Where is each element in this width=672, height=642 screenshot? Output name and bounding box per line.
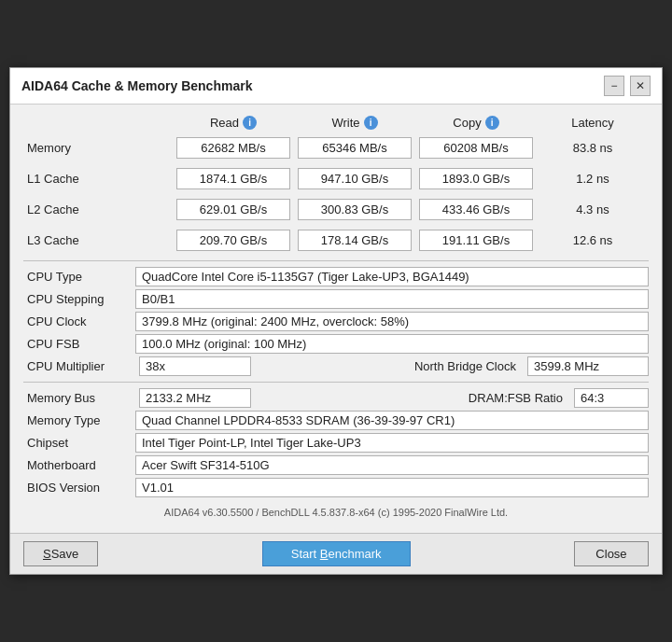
nb-clock-label: North Bridge Clock [255,359,524,373]
title-bar: AIDA64 Cache & Memory Benchmark − ✕ [10,68,662,105]
cpu-stepping-value: B0/B1 [135,289,649,309]
memory-info-section: Memory Bus 2133.2 MHz DRAM:FSB Ratio 64:… [23,388,649,497]
cpu-clock-row: CPU Clock 3799.8 MHz (original: 2400 MHz… [23,312,649,331]
read-column-header: Read i [173,116,294,130]
row-copy-0: 60208 MB/s [419,137,533,159]
close-button[interactable]: Close [574,541,649,566]
cpu-type-label: CPU Type [23,270,135,284]
row-copy-1: 1893.0 GB/s [419,168,533,189]
memory-type-value: Quad Channel LPDDR4-8533 SDRAM (36-39-39… [135,411,649,430]
title-bar-controls: − ✕ [604,76,651,96]
row-label-2: L2 Cache [23,202,173,216]
bench-row-l3-cache: L3 Cache 209.70 GB/s 178.14 GB/s 191.11 … [23,230,649,251]
latency-column-header: Latency [537,116,649,130]
close-title-button[interactable]: ✕ [630,76,651,96]
write-info-icon[interactable]: i [364,116,378,130]
row-copy-3: 191.11 GB/s [419,230,533,251]
motherboard-row: Motherboard Acer Swift SF314-510G [23,455,649,475]
chipset-label: Chipset [23,436,135,450]
bench-row-l2-cache: L2 Cache 629.01 GB/s 300.83 GB/s 433.46 … [23,199,649,220]
main-window: AIDA64 Cache & Memory Benchmark − ✕ Read… [9,67,663,575]
cpu-multiplier-label: CPU Multiplier [23,359,135,373]
bios-label: BIOS Version [23,481,135,495]
divider-2 [23,382,649,383]
write-column-header: Write i [294,116,415,130]
row-read-2: 629.01 GB/s [176,199,290,220]
memory-bus-value: 2133.2 MHz [139,388,251,408]
row-label-0: Memory [23,141,173,155]
cpu-type-value: QuadCore Intel Core i5-1135G7 (Tiger Lak… [135,267,649,286]
copy-info-icon[interactable]: i [485,116,499,130]
dram-ratio-value: 64:3 [574,388,649,408]
footer-text: AIDA64 v6.30.5500 / BenchDLL 4.5.837.8-x… [23,507,649,518]
cpu-stepping-label: CPU Stepping [23,292,135,306]
motherboard-value: Acer Swift SF314-510G [135,455,649,475]
bios-value: V1.01 [135,478,649,497]
bench-rows-container: Memory 62682 MB/s 65346 MB/s 60208 MB/s … [23,137,649,251]
dram-ratio-label: DRAM:FSB Ratio [255,391,570,405]
bench-header: Read i Write i Copy i Latency [23,116,649,133]
minimize-button[interactable]: − [604,76,624,96]
cpu-stepping-row: CPU Stepping B0/B1 [23,289,649,309]
row-latency-2: 4.3 ns [540,200,645,219]
row-copy-2: 433.46 GB/s [419,199,533,220]
row-read-3: 209.70 GB/s [176,230,290,251]
cpu-fsb-value: 100.0 MHz (original: 100 MHz) [135,334,649,354]
row-write-3: 178.14 GB/s [298,230,412,251]
row-write-1: 947.10 GB/s [298,168,412,189]
memory-bus-label: Memory Bus [23,391,135,405]
row-latency-3: 12.6 ns [540,230,645,250]
read-info-icon[interactable]: i [243,116,257,130]
cpu-fsb-label: CPU FSB [23,337,135,351]
nb-clock-value: 3599.8 MHz [527,356,649,376]
row-latency-1: 1.2 ns [540,169,645,188]
bios-row: BIOS Version V1.01 [23,478,649,497]
window-title: AIDA64 Cache & Memory Benchmark [21,78,252,93]
content-area: Read i Write i Copy i Latency Memory 626… [10,105,662,533]
memory-type-label: Memory Type [23,413,135,427]
chipset-row: Chipset Intel Tiger Point-LP, Intel Tige… [23,433,649,453]
cpu-info-section: CPU Type QuadCore Intel Core i5-1135G7 (… [23,267,649,376]
row-write-2: 300.83 GB/s [298,199,412,220]
memory-type-row: Memory Type Quad Channel LPDDR4-8533 SDR… [23,411,649,430]
row-read-1: 1874.1 GB/s [176,168,290,189]
motherboard-label: Motherboard [23,458,135,472]
chipset-value: Intel Tiger Point-LP, Intel Tiger Lake-U… [135,433,649,453]
bench-row-memory: Memory 62682 MB/s 65346 MB/s 60208 MB/s … [23,137,649,159]
cpu-fsb-row: CPU FSB 100.0 MHz (original: 100 MHz) [23,334,649,354]
copy-column-header: Copy i [415,116,537,130]
divider-1 [23,260,649,261]
cpu-multiplier-value: 38x [139,356,251,376]
cpu-type-row: CPU Type QuadCore Intel Core i5-1135G7 (… [23,267,649,286]
button-bar: SSave Start Benchmark Close [10,533,662,574]
row-latency-0: 83.8 ns [540,138,645,158]
row-label-1: L1 Cache [23,172,173,186]
cpu-clock-value: 3799.8 MHz (original: 2400 MHz, overcloc… [135,312,649,331]
row-write-0: 65346 MB/s [298,137,412,159]
cpu-clock-label: CPU Clock [23,314,135,328]
save-button[interactable]: SSave [23,541,98,566]
row-read-0: 62682 MB/s [176,137,290,159]
row-label-3: L3 Cache [23,233,173,247]
start-benchmark-button[interactable]: Start Benchmark [262,541,411,566]
bench-row-l1-cache: L1 Cache 1874.1 GB/s 947.10 GB/s 1893.0 … [23,168,649,189]
